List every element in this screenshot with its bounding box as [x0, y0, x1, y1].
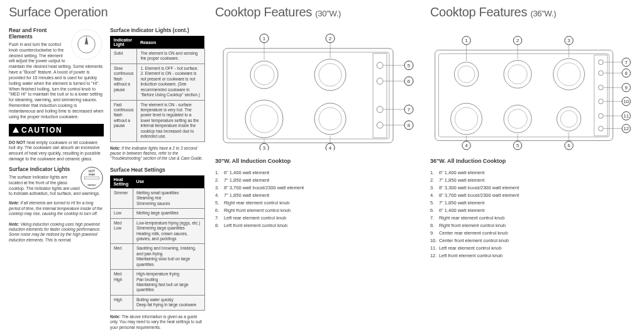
svg-point-61: [599, 60, 604, 65]
svg-point-54: [451, 103, 482, 135]
list-item: 8.Right front element control knob: [430, 222, 635, 230]
surface-operation-panel: Surface Operation Rear and Front Element…: [9, 5, 205, 327]
svg-point-10: [254, 65, 274, 85]
list-item: 2.7" 1,850 watt element: [430, 177, 635, 184]
svg-point-19: [377, 78, 383, 84]
caution-bar: CAUTION: [9, 124, 104, 136]
svg-point-12: [319, 64, 341, 86]
c30-list: 1.6" 1,400 watt element2.7" 1,850 watt e…: [215, 169, 420, 230]
caution-body: DO NOT heat empty cookware or let cookwa…: [9, 136, 104, 166]
svg-text:FRONT: FRONT: [87, 184, 96, 187]
svg-point-53: [557, 63, 580, 86]
list-item: 6.6" 1,400 watt element: [430, 207, 635, 214]
svg-point-66: [599, 126, 604, 131]
svg-point-55: [455, 108, 477, 130]
svg-rect-46: [435, 50, 613, 141]
list-item: 5.7" 1,850 watt element: [430, 199, 635, 207]
hot-diagram-icon: HOTREARFRONT: [80, 166, 104, 190]
c36-list: 1.6" 1,400 watt element2.7" 1,850 watt e…: [430, 169, 635, 260]
svg-text:9: 9: [625, 85, 627, 91]
svg-text:11: 11: [623, 113, 629, 119]
list-item: 11.Left rear element control knob: [430, 245, 635, 252]
c36-diagram: 1 2 3 7 8 9 10 11 12 4 5 6: [430, 31, 635, 150]
svg-text:7: 7: [408, 107, 411, 113]
svg-rect-8: [227, 52, 389, 139]
svg-point-63: [599, 85, 604, 90]
list-item: 2.7" 1,850 watt element: [215, 177, 420, 184]
svg-point-51: [508, 65, 528, 84]
svg-text:5: 5: [408, 63, 411, 69]
svg-point-16: [319, 108, 341, 130]
list-item: 7.Left rear element control knob: [215, 214, 420, 222]
svg-text:3: 3: [567, 38, 570, 43]
svg-text:HOT: HOT: [89, 169, 95, 172]
warning-triangle-icon: [13, 127, 19, 133]
svg-text:12: 12: [623, 126, 629, 131]
list-item: 4.8" 3,700 watt boost/2300 watt element: [430, 192, 635, 199]
svg-text:6: 6: [408, 79, 411, 84]
cooktop-30-panel: Cooktop Features (30"W.) 1 2 5 6 7 8 3 4…: [215, 5, 420, 327]
heat-table: Heat SettingUseSimmerMelting small quant…: [110, 175, 205, 311]
list-item: 3.8" 3,300 watt boost/2300 watt element: [430, 184, 635, 192]
svg-point-18: [377, 62, 383, 69]
svg-text:4: 4: [329, 145, 332, 150]
sil-cont-heading: Surface Indicator Lights (cont.): [110, 27, 205, 33]
svg-rect-7: [223, 48, 393, 143]
svg-point-64: [599, 99, 604, 104]
svg-text:3: 3: [263, 145, 266, 150]
c36-title: Cooktop Features (36"W.): [430, 5, 635, 19]
list-item: 8.Left front element control knob: [215, 222, 420, 230]
note-1: Note: If all elements are turned to HI f…: [9, 201, 104, 216]
shs-heading: Surface Heat Settings: [110, 167, 205, 173]
svg-point-62: [599, 70, 604, 75]
svg-text:10: 10: [623, 99, 629, 104]
svg-text:REAR: REAR: [89, 174, 96, 176]
svg-point-65: [599, 113, 604, 118]
c30-diagram: 1 2 5 6 7 8 3 4: [215, 31, 420, 150]
svg-point-49: [458, 66, 475, 83]
list-item: 1.6" 1,400 watt element: [215, 169, 420, 177]
svg-point-59: [560, 111, 577, 128]
list-item: 12.Left front element control knob: [430, 252, 635, 260]
list-item: 5.Right rear element control knob: [215, 199, 420, 207]
svg-text:8: 8: [625, 70, 627, 76]
svg-point-14: [250, 105, 278, 133]
cooktop-36-panel: Cooktop Features (36"W.) 1 2 3 7 8 9 10 …: [430, 5, 635, 327]
list-item: 9.Center rear element control knob: [430, 230, 635, 237]
svg-text:8: 8: [408, 123, 411, 128]
svg-point-20: [377, 106, 383, 113]
surface-title: Surface Operation: [9, 5, 205, 19]
svg-text:4: 4: [465, 143, 468, 148]
svg-text:5: 5: [516, 143, 519, 148]
svg-rect-60: [594, 55, 608, 136]
list-item: 6.Right front element control knob: [215, 207, 420, 214]
list-item: 7.Right rear element control knob: [430, 214, 635, 222]
list-item: 10.Center front element control knob: [430, 237, 635, 245]
svg-rect-6: [85, 177, 99, 179]
indicator-table: Indicator LightReasonSolidThe element is…: [110, 36, 205, 142]
list-item: 1.6" 1,400 watt element: [430, 169, 635, 177]
c30-list-heading: 30"W. All Induction Cooktop: [215, 158, 420, 164]
svg-text:7: 7: [625, 60, 627, 65]
svg-text:2: 2: [516, 38, 519, 43]
tab1-note: Note: If the indicator lights have a 2 t…: [110, 146, 205, 162]
svg-text:1: 1: [263, 36, 266, 42]
svg-point-9: [250, 61, 278, 89]
svg-text:2: 2: [329, 36, 332, 42]
c36-list-heading: 36"W. All Induction Cooktop: [430, 158, 635, 164]
tab2-note: Note: The above information is given as …: [110, 314, 205, 330]
list-item: 4.7" 1,850 watt element: [215, 192, 420, 199]
knob-illustration: [69, 27, 104, 62]
svg-point-21: [377, 122, 383, 128]
svg-point-13: [245, 100, 283, 138]
list-item: 3.8" 3,700 watt boost/2300 watt element: [215, 184, 420, 192]
svg-text:1: 1: [465, 38, 467, 43]
svg-point-57: [508, 109, 528, 129]
svg-point-52: [553, 58, 585, 90]
note-2: Note: Viking induction cooking uses high…: [9, 222, 104, 243]
c30-title: Cooktop Features (30"W.): [215, 5, 420, 19]
svg-text:6: 6: [567, 143, 570, 148]
